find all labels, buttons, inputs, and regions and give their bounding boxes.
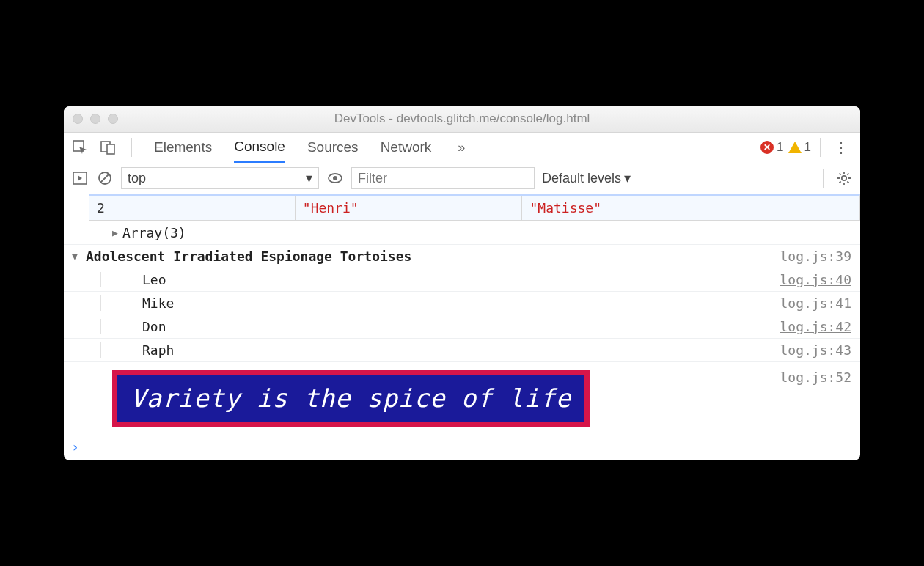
console-toolbar: top ▾ Default levels ▾ bbox=[64, 163, 860, 194]
svg-rect-2 bbox=[107, 144, 114, 154]
filter-input[interactable] bbox=[351, 167, 535, 189]
minimize-dot[interactable] bbox=[90, 114, 100, 124]
zoom-dot[interactable] bbox=[108, 114, 118, 124]
context-value: top bbox=[128, 171, 146, 186]
error-icon: ✕ bbox=[760, 141, 774, 154]
levels-label: Default levels bbox=[542, 171, 621, 186]
error-count[interactable]: ✕ 1 bbox=[760, 140, 783, 155]
tab-network[interactable]: Network bbox=[381, 133, 432, 163]
console-prompt[interactable]: › bbox=[64, 433, 860, 460]
svg-line-14 bbox=[847, 181, 848, 183]
source-link[interactable]: log.js:40 bbox=[780, 272, 851, 287]
console-styled-row[interactable]: Variety is the spice of life log.js:52 bbox=[64, 362, 860, 433]
console-body: 2 "Henri" "Matisse" ▶ Array(3) ▼ Adolesc… bbox=[64, 194, 860, 460]
svg-line-5 bbox=[100, 174, 109, 183]
source-link[interactable]: log.js:42 bbox=[780, 319, 851, 334]
more-tabs-icon[interactable]: » bbox=[458, 140, 465, 155]
console-table-row[interactable]: 2 "Henri" "Matisse" bbox=[64, 194, 860, 221]
traffic-lights bbox=[73, 114, 118, 124]
kebab-menu-icon[interactable]: ⋮ bbox=[829, 139, 853, 156]
console-log-row[interactable]: Mike log.js:41 bbox=[64, 292, 860, 315]
log-text: Mike bbox=[142, 295, 174, 311]
chevron-down-icon: ▾ bbox=[624, 170, 631, 186]
gear-icon[interactable] bbox=[835, 169, 853, 187]
source-link[interactable]: log.js:39 bbox=[780, 249, 851, 264]
table-cell-last: "Matisse" bbox=[522, 196, 749, 220]
device-toggle-icon[interactable] bbox=[99, 139, 117, 156]
svg-line-13 bbox=[840, 174, 841, 175]
table-cell-first: "Henri" bbox=[296, 196, 523, 220]
close-dot[interactable] bbox=[73, 114, 83, 124]
prompt-chevron-icon: › bbox=[71, 439, 79, 455]
error-number: 1 bbox=[777, 140, 783, 155]
status-badges: ✕ 1 1 ⋮ bbox=[760, 138, 853, 157]
devtools-window: DevTools - devtools.glitch.me/console/lo… bbox=[64, 106, 860, 460]
warning-count[interactable]: 1 bbox=[788, 140, 811, 155]
clear-console-icon[interactable] bbox=[96, 169, 114, 187]
console-group-header[interactable]: ▼ Adolescent Irradiated Espionage Tortoi… bbox=[64, 245, 860, 268]
group-title: Adolescent Irradiated Espionage Tortoise… bbox=[86, 249, 411, 264]
warning-icon bbox=[788, 142, 802, 153]
separator bbox=[820, 138, 821, 157]
array-summary: Array(3) bbox=[122, 225, 186, 240]
styled-log-message: Variety is the spice of life bbox=[112, 370, 590, 427]
log-text: Leo bbox=[142, 272, 166, 287]
log-text: Raph bbox=[142, 342, 174, 358]
console-log-row[interactable]: Leo log.js:40 bbox=[64, 268, 860, 292]
collapse-arrow-icon[interactable]: ▼ bbox=[70, 251, 79, 262]
tab-elements[interactable]: Elements bbox=[154, 133, 212, 163]
tab-console[interactable]: Console bbox=[234, 133, 285, 163]
svg-line-15 bbox=[847, 174, 848, 175]
execution-context-select[interactable]: top ▾ bbox=[121, 167, 319, 189]
log-levels-select[interactable]: Default levels ▾ bbox=[542, 170, 631, 186]
panel-tabs: Elements Console Sources Network » ✕ 1 1… bbox=[64, 133, 860, 163]
titlebar: DevTools - devtools.glitch.me/console/lo… bbox=[64, 106, 860, 133]
tab-list: Elements Console Sources Network » bbox=[154, 133, 465, 163]
source-link[interactable]: log.js:41 bbox=[780, 295, 851, 311]
source-link[interactable]: log.js:52 bbox=[780, 370, 851, 385]
expand-arrow-icon[interactable]: ▶ bbox=[111, 227, 120, 238]
log-text: Don bbox=[142, 319, 166, 334]
chevron-down-icon: ▾ bbox=[306, 170, 312, 186]
console-array-row[interactable]: ▶ Array(3) bbox=[64, 221, 860, 245]
table-cell-index: 2 bbox=[89, 196, 296, 220]
tab-sources[interactable]: Sources bbox=[307, 133, 359, 163]
inspect-icon[interactable] bbox=[71, 139, 89, 156]
separator bbox=[131, 138, 132, 157]
svg-point-8 bbox=[842, 176, 846, 180]
warning-number: 1 bbox=[804, 140, 811, 155]
svg-line-16 bbox=[840, 181, 841, 183]
svg-point-7 bbox=[333, 176, 337, 180]
window-title: DevTools - devtools.glitch.me/console/lo… bbox=[64, 111, 860, 126]
console-log-row[interactable]: Don log.js:42 bbox=[64, 315, 860, 339]
sidebar-toggle-icon[interactable] bbox=[71, 169, 89, 187]
console-log-row[interactable]: Raph log.js:43 bbox=[64, 339, 860, 362]
live-expression-icon[interactable] bbox=[326, 169, 344, 187]
table-cell-empty bbox=[749, 196, 859, 220]
source-link[interactable]: log.js:43 bbox=[780, 342, 851, 358]
separator bbox=[823, 169, 824, 188]
